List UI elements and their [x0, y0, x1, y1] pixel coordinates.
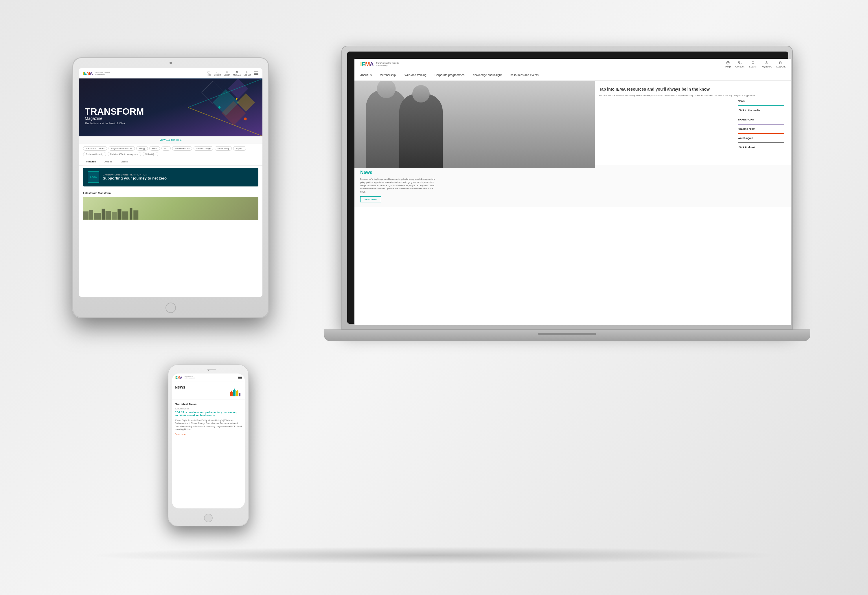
contact-icon-group[interactable]: Contact — [735, 61, 744, 68]
logo-e: E — [362, 61, 365, 68]
tablet-contact[interactable]: Contact — [214, 71, 221, 76]
tablet-hamburger[interactable] — [254, 71, 258, 75]
laptop-logo: IEMA Transforming the world to sustainab… — [360, 61, 399, 68]
phone-icon — [738, 61, 741, 65]
tablet-top-icons: Help Contact Search — [207, 71, 258, 76]
tablet-body: IEMA Transforming the world to sustainab… — [72, 57, 269, 318]
myiema-icon-group[interactable]: MyIEMA — [762, 61, 772, 68]
svg-rect-25 — [94, 213, 101, 220]
tablet-phone-icon — [216, 71, 219, 74]
laptop-nav: About us Membership Skills and training … — [354, 70, 791, 81]
phone-logo-m: M — [177, 376, 180, 379]
tag-business[interactable]: Business & Industry — [83, 152, 106, 156]
logo-m: M — [365, 61, 370, 68]
sidebar-watch[interactable]: Watch again — [738, 134, 784, 143]
svg-rect-26 — [102, 209, 105, 219]
search-label: Search — [749, 65, 757, 68]
svg-point-8 — [226, 71, 228, 73]
tab-articles[interactable]: Articles — [102, 159, 115, 165]
nav-about[interactable]: About us — [360, 73, 372, 78]
logout-label: Log Out — [776, 65, 785, 68]
phone-article-date: 20th June 2022 — [175, 408, 242, 410]
tablet-banner-heading: Supporting your journey to net zero — [103, 176, 167, 181]
help-icon-group[interactable]: Help — [725, 61, 731, 68]
tag-sustainability[interactable]: Sustainability — [215, 146, 232, 151]
nav-knowledge[interactable]: Knowledge and insight — [472, 73, 502, 78]
tablet-camera — [170, 62, 172, 64]
laptop-bottom-strip: News Because we're bright, open and brav… — [354, 165, 791, 207]
nav-resources[interactable]: Resources and events — [510, 73, 539, 78]
svg-rect-24 — [89, 210, 93, 219]
tab-videos[interactable]: Videos — [118, 159, 130, 165]
tag-impact[interactable]: Impact... — [233, 146, 246, 151]
nav-skills[interactable]: Skills and training — [404, 73, 427, 78]
tablet-myiema-label: MyIEMA — [233, 74, 241, 76]
sidebar-podcast[interactable]: IEMA Podcast — [738, 143, 784, 152]
laptop-topbar: IEMA Transforming the world to sustainab… — [354, 59, 791, 70]
sidebar-reading[interactable]: Reading room — [738, 124, 784, 134]
search-icon-group[interactable]: Search — [749, 61, 757, 68]
phone-news-header-inner: News — [175, 385, 242, 398]
phone-screen: IEMA Transforming the world to sustainab… — [172, 373, 245, 508]
tag-water[interactable]: Water — [149, 146, 160, 151]
laptop-body: IEMA Transforming the world to sustainab… — [341, 46, 793, 330]
tag-regulation[interactable]: Regulation & Case Law — [108, 146, 135, 151]
laptop-sidebar-nav: News IEMA in the media TRANSFORM Reading… — [738, 97, 784, 152]
sidebar-news[interactable]: News — [738, 97, 784, 106]
tag-skills[interactable]: Skills & Q... — [143, 152, 158, 156]
phone-speaker — [207, 369, 216, 370]
tablet-hero-title-block: TRANSFORM Magazine The hot topics at the… — [85, 107, 144, 125]
tablet-home-button[interactable] — [165, 303, 176, 313]
phone-home-button[interactable] — [204, 514, 213, 522]
tag-pollution[interactable]: Pollution & Waste Management — [108, 152, 141, 156]
tablet-contact-label: Contact — [214, 74, 221, 76]
tablet-help-label: Help — [207, 74, 211, 76]
phone-news-illustration — [229, 385, 242, 398]
svg-point-21 — [236, 98, 238, 99]
tablet-logout-label: Log Out — [244, 74, 251, 76]
tablet-tabs: Featured Articles Videos — [79, 159, 263, 166]
phone-logo-a: A — [180, 376, 182, 379]
contact-label: Contact — [735, 65, 744, 68]
tag-politics[interactable]: Politics & Economics — [83, 146, 107, 151]
tablet-myiema[interactable]: MyIEMA — [233, 71, 241, 76]
scene: IEMA Transforming the world to sustainab… — [29, 22, 839, 573]
logout-icon-group[interactable]: Log Out — [776, 61, 785, 68]
svg-point-39 — [234, 389, 235, 390]
tag-more1[interactable]: Bu... — [161, 146, 171, 151]
phone-tagline: Transforming the world to sustainability — [185, 376, 196, 379]
tablet-device: IEMA Transforming the world to sustainab… — [72, 57, 269, 318]
laptop-hero-image — [354, 81, 595, 168]
nav-corporate[interactable]: Corporate programmes — [435, 73, 464, 78]
phone-article-title: COP 15: a new location, parliamentary di… — [175, 411, 242, 417]
svg-line-9 — [227, 73, 228, 73]
phone-body: IEMA Transforming the world to sustainab… — [168, 364, 249, 526]
tablet-help[interactable]: Help — [207, 71, 211, 76]
tablet-banner-text: CARBON EMISSIONS VERIFICATION Supporting… — [103, 173, 167, 181]
tablet-search[interactable]: Search — [224, 71, 230, 76]
sidebar-media[interactable]: IEMA in the media — [738, 106, 784, 115]
tablet-user-icon — [236, 71, 238, 74]
svg-rect-35 — [236, 391, 238, 397]
person-right — [399, 94, 443, 168]
tab-featured[interactable]: Featured — [83, 159, 99, 165]
user-icon — [765, 61, 769, 65]
tablet-logout[interactable]: Log Out — [244, 71, 251, 76]
tablet-site: IEMA Transforming the world to sustainab… — [79, 68, 263, 297]
tag-energy[interactable]: Energy — [136, 146, 148, 151]
tablet-logo: IEMA Transforming the world to sustainab… — [83, 71, 111, 75]
svg-rect-33 — [230, 392, 233, 397]
svg-rect-23 — [83, 212, 89, 219]
svg-point-20 — [218, 106, 220, 109]
tag-env-bill[interactable]: Environment Bill — [172, 146, 192, 151]
phone-read-more[interactable]: Read more — [175, 433, 242, 435]
tablet-screen: IEMA Transforming the world to sustainab… — [79, 68, 263, 297]
tag-climate[interactable]: Climate Change — [193, 146, 213, 151]
nav-membership[interactable]: Membership — [379, 73, 396, 78]
sidebar-transform[interactable]: TRANSFORM — [738, 115, 784, 124]
svg-rect-31 — [130, 208, 132, 219]
phone-hamburger[interactable] — [238, 376, 242, 379]
tablet-topics-bar[interactable]: VIEW ALL TOPICS ∧ — [79, 136, 263, 144]
news-home-button[interactable]: News home — [360, 196, 381, 203]
svg-rect-27 — [106, 211, 111, 219]
